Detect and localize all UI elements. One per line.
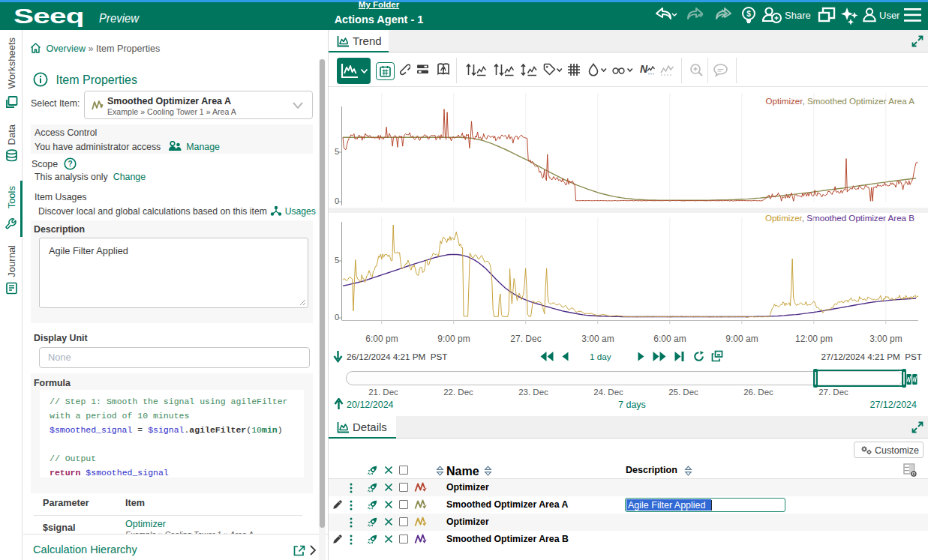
svg-text:N: N	[640, 63, 648, 75]
svg-text:?: ?	[68, 160, 72, 168]
svg-text:$: $	[746, 10, 751, 18]
